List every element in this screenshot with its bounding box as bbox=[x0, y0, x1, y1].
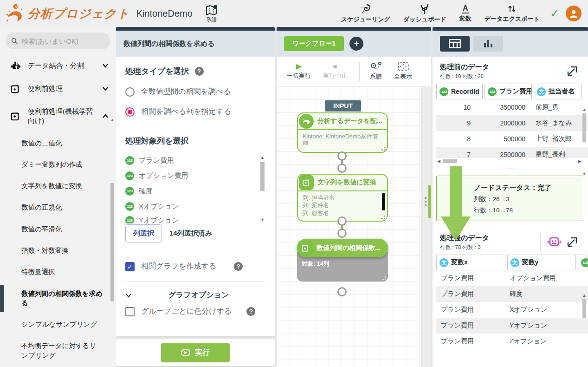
scroll-up-arrow[interactable] bbox=[259, 155, 265, 160]
user-avatar[interactable] bbox=[566, 6, 582, 21]
resize-handle[interactable] bbox=[384, 149, 385, 151]
stop-button[interactable]: 実行中止 bbox=[323, 63, 347, 80]
table-row: プラン費用 Zオプション bbox=[436, 334, 588, 349]
create-graph-checkbox-row[interactable]: 相関グラフを作成する bbox=[125, 262, 265, 271]
search-input[interactable] bbox=[21, 37, 105, 45]
scroll-right-arrow[interactable] bbox=[578, 158, 582, 164]
fit-view-button[interactable]: 全表示 bbox=[394, 62, 412, 81]
help-icon[interactable] bbox=[246, 307, 255, 316]
radio-all-numeric[interactable]: 全数値型間の相関を調べる bbox=[125, 87, 265, 97]
column-header[interactable]: 文 変数x bbox=[436, 255, 505, 270]
app-title: 分析プロジェクト bbox=[28, 6, 130, 22]
sidebar-item[interactable]: 数値の平滑化 bbox=[0, 218, 116, 240]
column-header[interactable]: 文 変数y bbox=[507, 255, 576, 270]
table-view-toggle[interactable] bbox=[440, 36, 470, 52]
column-item[interactable]: 123 確度 bbox=[125, 184, 256, 199]
scroll-left-arrow[interactable] bbox=[437, 158, 440, 164]
help-icon[interactable] bbox=[195, 67, 204, 76]
vertical-scrollbar[interactable] bbox=[582, 107, 587, 177]
run-all-button[interactable]: 一括実行 bbox=[287, 63, 311, 80]
input-port[interactable] bbox=[337, 229, 347, 238]
sidebar-item[interactable]: 不均衡データに対するサンプリング bbox=[0, 335, 111, 366]
node-data-source[interactable]: 分析するデータを配... Kintone: KintoneDemo案件管理 bbox=[297, 112, 388, 153]
group-color-checkbox-row[interactable]: グループごとに色分けする bbox=[125, 307, 265, 316]
search-icon bbox=[11, 37, 18, 45]
table-row: 7 2500000 星野_長利 bbox=[436, 147, 588, 158]
canvas-scrollbar-thumb[interactable] bbox=[428, 185, 431, 218]
nav-variables[interactable]: A 変数 bbox=[459, 4, 472, 23]
sidebar-item-selected[interactable]: 数値列間の相関係数を求める bbox=[0, 283, 116, 314]
scrollbar-thumb[interactable] bbox=[110, 183, 114, 301]
scroll-down-arrow[interactable] bbox=[259, 217, 265, 223]
preview-body: 処理前のデータ 行数 : 10 列数 : 26 123 RecordId bbox=[433, 57, 588, 367]
node-scrollbar-thumb[interactable] bbox=[382, 193, 385, 210]
output-port[interactable] bbox=[337, 151, 347, 161]
open-fullscreen-icon[interactable] bbox=[567, 236, 578, 248]
scrollbar-thumb[interactable] bbox=[582, 113, 586, 142]
column-item[interactable]: 123 プラン費用 bbox=[125, 153, 256, 168]
radio-icon[interactable] bbox=[125, 87, 135, 97]
sidebar-item[interactable]: 数値の正規化 bbox=[0, 197, 116, 218]
column-item[interactable]: 123 オプション費用 bbox=[125, 168, 256, 184]
nav-label: データエクスポート bbox=[485, 15, 540, 23]
lineage-map-button[interactable]: 系譜 bbox=[205, 4, 219, 23]
output-port[interactable] bbox=[337, 287, 347, 296]
sidebar-item[interactable]: シンプルなサンプリング bbox=[0, 314, 116, 335]
sidebar-item[interactable]: 数値の二値化 bbox=[0, 132, 116, 154]
column-header-clipped[interactable]: 123 bbox=[578, 255, 588, 270]
sidebar-item[interactable]: 特徴量選択 bbox=[0, 261, 116, 282]
input-port[interactable] bbox=[337, 164, 347, 173]
panel-resize-strip[interactable] bbox=[421, 86, 431, 367]
sidebar-scrollbar[interactable] bbox=[110, 90, 115, 365]
sidebar-item[interactable]: 指数・対数変換 bbox=[0, 240, 116, 261]
column-header[interactable]: 123 プラン費用 bbox=[485, 84, 532, 99]
nav-scheduling[interactable]: スケジューリング bbox=[341, 3, 390, 24]
node-correlation-selected[interactable]: 数値列間の相関係数... 対象: 14列 bbox=[297, 239, 388, 282]
node-string-to-number[interactable]: 文字列を数値に変換 列: 担当者名 列: 案件名 列: 顧客名 bbox=[297, 174, 388, 222]
nav-data-export[interactable]: データエクスポート bbox=[485, 4, 540, 23]
scroll-up-arrow[interactable] bbox=[582, 107, 587, 112]
radio-specify-columns[interactable]: 相関を調べる列を指定する bbox=[125, 107, 265, 117]
chevron-down-icon bbox=[125, 292, 132, 299]
column-header[interactable]: 文 担当者名 bbox=[534, 84, 582, 99]
column-select-button[interactable]: 列選択 bbox=[125, 224, 162, 242]
column-list-scrollbar[interactable] bbox=[259, 155, 265, 223]
column-item[interactable]: 123 Xオプション bbox=[125, 199, 256, 214]
resize-handle[interactable] bbox=[384, 218, 385, 219]
scrollbar-thumb[interactable] bbox=[443, 159, 457, 163]
target-columns-list: 123 プラン費用 123 オプション費用 123 確度 123 bbox=[125, 153, 265, 223]
sidebar-group-preprocess-ml[interactable]: 便利前処理(機械学習向け) bbox=[0, 100, 116, 132]
search-box[interactable] bbox=[6, 33, 110, 49]
vertical-scrollbar[interactable] bbox=[582, 293, 587, 367]
chart-view-toggle[interactable] bbox=[473, 36, 503, 52]
add-workflow-button[interactable]: + bbox=[349, 37, 363, 51]
radio-icon-selected[interactable] bbox=[125, 107, 135, 117]
column-item[interactable]: 123 Yオプション bbox=[125, 214, 256, 223]
resize-handle[interactable] bbox=[385, 279, 386, 280]
scroll-down-arrow[interactable] bbox=[582, 171, 587, 177]
sidebar-item[interactable]: ダミー変数列の作成 bbox=[0, 154, 116, 175]
checkbox-unchecked[interactable] bbox=[125, 307, 135, 316]
checkbox-checked[interactable] bbox=[125, 262, 135, 271]
lineage-button[interactable]: 系譜 bbox=[370, 62, 382, 81]
play-icon bbox=[296, 63, 302, 70]
scrollbar-thumb[interactable] bbox=[260, 162, 265, 191]
help-icon[interactable] bbox=[234, 262, 243, 271]
output-port[interactable] bbox=[337, 216, 347, 226]
sidebar-group-data-join[interactable]: データ結合・分割 bbox=[0, 54, 116, 77]
sidebar-group-preprocess[interactable]: 便利前処理 bbox=[0, 77, 116, 100]
workflow-tab[interactable]: ワークフロー1 bbox=[284, 36, 344, 51]
drag-handle-dots[interactable] bbox=[425, 197, 426, 199]
workflow-grid-canvas[interactable]: INPUT 分析するデータを配... Kintone: KintoneDemo案… bbox=[277, 86, 421, 367]
scroll-up-arrow[interactable] bbox=[582, 293, 587, 298]
graph-options-toggle[interactable]: グラフオプション bbox=[125, 290, 265, 300]
open-fullscreen-icon[interactable] bbox=[567, 66, 578, 77]
scroll-up-arrow[interactable] bbox=[110, 117, 115, 123]
run-button[interactable]: 実行 bbox=[161, 343, 230, 362]
bar-chart-icon bbox=[484, 39, 493, 48]
ai-robot-button[interactable] bbox=[547, 236, 561, 248]
scrollbar-thumb[interactable] bbox=[582, 299, 586, 318]
sidebar-item[interactable]: 文字列を数値に変換 bbox=[0, 175, 116, 197]
column-header[interactable]: 123 RecordId bbox=[436, 84, 483, 99]
nav-dashboard[interactable]: ダッシュボード bbox=[403, 3, 446, 24]
